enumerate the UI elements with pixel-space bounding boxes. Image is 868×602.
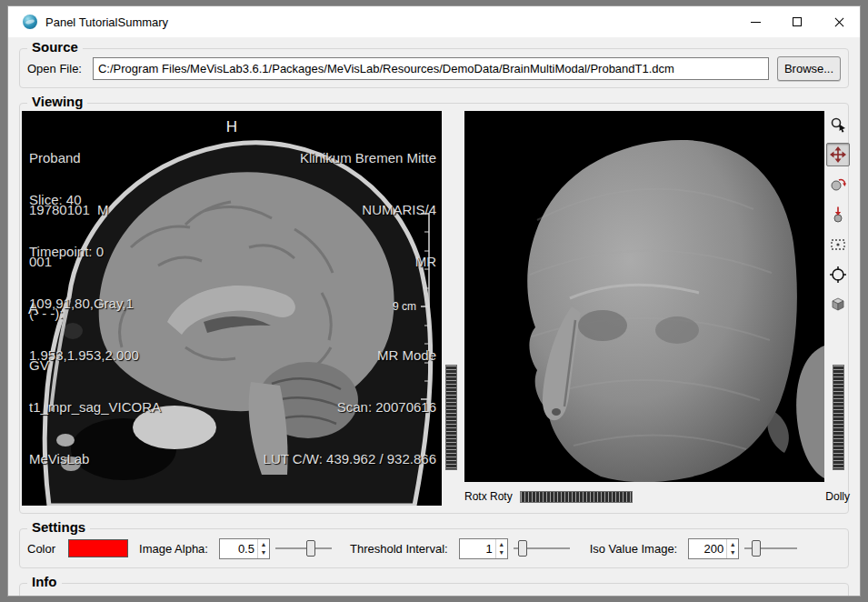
image-alpha-spinbox[interactable]: 0.5 ▲▼ (219, 538, 270, 559)
magnify-pick-icon[interactable] (826, 113, 850, 136)
threshold-label: Threshold Interval: (350, 542, 448, 556)
settings-group: Settings Color Image Alpha: 0.5 ▲▼ Thres… (19, 528, 849, 568)
spin-down-icon[interactable]: ▼ (258, 548, 269, 557)
clinic-info-overlay: Klinikum Bremen Mitte NUMARIS/4 MR (300, 115, 436, 305)
window-title: Panel TutorialSummary (45, 15, 168, 29)
viewer-toolbar (825, 113, 851, 316)
mevislab-brand: MeVisLab (29, 450, 161, 467)
spin-down-icon[interactable]: ▼ (727, 548, 738, 557)
dolly-thumbwheel[interactable] (833, 365, 844, 470)
titlebar[interactable]: Panel TutorialSummary (8, 6, 860, 37)
scan-info-overlay: MR Mode Scan: 20070616 LUT C/W: 439.962 … (264, 312, 436, 502)
rotxy-label: Rotx Roty (464, 490, 513, 503)
minimize-button[interactable] (734, 6, 776, 37)
threshold-slider[interactable] (514, 539, 570, 557)
slider-handle[interactable] (306, 540, 315, 557)
open-file-label: Open File: (27, 62, 82, 75)
image-alpha-label: Image Alpha: (139, 542, 208, 556)
iso-value-spinbox[interactable]: 200 ▲▼ (688, 538, 739, 559)
dolly-label: Dolly (825, 490, 850, 503)
close-icon (833, 16, 845, 28)
source-group: Source Open File: Browse... (19, 48, 849, 88)
maximize-button[interactable] (776, 6, 818, 37)
render-viewer-3d[interactable] (464, 111, 824, 482)
slice-viewer-2d[interactable]: Proband 19780101 M 001 (- - -): GV H Kli… (22, 111, 442, 506)
source-group-title: Source (27, 39, 83, 55)
focal-point-icon[interactable] (826, 263, 850, 286)
threshold-spinbox[interactable]: 1 ▲▼ (459, 538, 508, 559)
seek-point-icon[interactable] (826, 203, 850, 226)
rotate-camera-icon[interactable] (826, 173, 850, 196)
color-label: Color (27, 542, 55, 556)
orientation-marker-top: H (226, 118, 237, 135)
examine-move-icon[interactable] (826, 143, 850, 166)
rotx-thumbwheel[interactable] (445, 365, 457, 470)
info-group-title: Info (27, 574, 62, 589)
spin-up-icon[interactable]: ▲ (258, 540, 269, 548)
minimize-icon (751, 22, 761, 23)
slider-handle[interactable] (752, 540, 761, 557)
spin-up-icon[interactable]: ▲ (727, 540, 738, 548)
roty-thumbwheel[interactable] (520, 491, 633, 503)
iso-value-slider[interactable] (744, 539, 797, 557)
maximize-icon (793, 17, 802, 26)
info-group: Info (19, 583, 849, 597)
scale-label: 9 cm (393, 300, 416, 313)
browse-button[interactable]: Browse... (777, 56, 841, 81)
slider-handle[interactable] (518, 540, 527, 557)
view-all-icon[interactable] (826, 233, 850, 256)
iso-value-label: Iso Value Image: (590, 542, 678, 556)
close-button[interactable] (818, 6, 860, 37)
image-alpha-slider[interactable] (275, 539, 332, 557)
slice-info-overlay: Slice: 40 Timepoint: 0 109,91,80,Gray,1 … (29, 156, 161, 502)
viewing-group: Viewing (19, 103, 849, 514)
perspective-cube-icon[interactable] (826, 293, 850, 316)
color-swatch[interactable] (68, 539, 128, 557)
settings-group-title: Settings (27, 519, 90, 535)
head-isosurface-render (464, 111, 824, 482)
file-path-input[interactable] (93, 57, 769, 80)
viewing-group-title: Viewing (27, 94, 87, 109)
spin-up-icon[interactable]: ▲ (496, 540, 507, 548)
panel-window: Panel TutorialSummary Source Open File: … (7, 5, 861, 597)
mevislab-logo-icon (23, 15, 37, 29)
spin-down-icon[interactable]: ▼ (496, 548, 507, 557)
